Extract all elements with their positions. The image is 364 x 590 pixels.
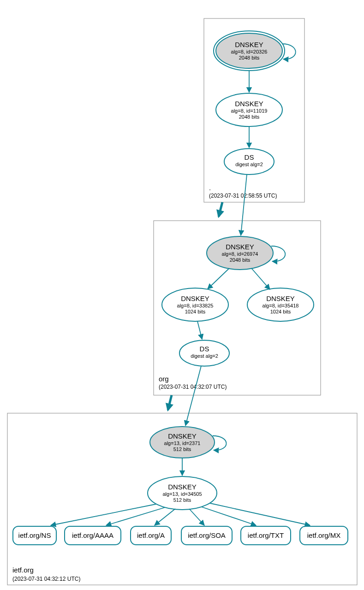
svg-text:DNSKEY: DNSKEY xyxy=(235,100,263,108)
svg-text:512 bits: 512 bits xyxy=(173,497,191,503)
svg-text:alg=8, id=35418: alg=8, id=35418 xyxy=(263,303,299,308)
node-org-ds[interactable]: DS digest alg=2 xyxy=(179,340,229,366)
node-root-zsk[interactable]: DNSKEY alg=8, id=11019 2048 bits xyxy=(216,93,282,126)
node-org-zsk2[interactable]: DNSKEY alg=8, id=35418 1024 bits xyxy=(247,288,314,321)
svg-text:ietf.org/TXT: ietf.org/TXT xyxy=(248,531,284,539)
node-root-ds[interactable]: DS digest alg=2 xyxy=(224,149,274,175)
svg-text:DNSKEY: DNSKEY xyxy=(168,432,197,440)
svg-text:ietf.org/A: ietf.org/A xyxy=(137,531,165,539)
rrset-txt[interactable]: ietf.org/TXT xyxy=(241,526,291,545)
svg-text:alg=8, id=20326: alg=8, id=20326 xyxy=(231,49,268,54)
rrset-aaaa[interactable]: ietf.org/AAAA xyxy=(65,526,121,545)
svg-text:1024 bits: 1024 bits xyxy=(185,309,206,314)
svg-text:digest alg=2: digest alg=2 xyxy=(191,353,218,359)
svg-text:digest alg=2: digest alg=2 xyxy=(235,162,263,167)
rrset-soa[interactable]: ietf.org/SOA xyxy=(181,526,232,545)
edge-zone-root-org xyxy=(219,202,222,217)
svg-text:ietf.org: ietf.org xyxy=(12,566,34,574)
svg-text:512 bits: 512 bits xyxy=(173,446,191,452)
svg-text:ietf.org/SOA: ietf.org/SOA xyxy=(188,531,226,539)
edge-zsk-mx xyxy=(210,503,310,525)
svg-text:DNSKEY: DNSKEY xyxy=(168,483,197,491)
svg-text:(2023-07-31 04:32:12 UTC): (2023-07-31 04:32:12 UTC) xyxy=(12,576,80,582)
edge-zsk-aaaa xyxy=(106,507,165,525)
rrset-a[interactable]: ietf.org/A xyxy=(131,526,171,545)
edge-org-zsk1-ds xyxy=(197,321,202,339)
svg-text:DNSKEY: DNSKEY xyxy=(226,243,254,251)
svg-text:alg=13, id=34505: alg=13, id=34505 xyxy=(162,491,202,497)
edge-zone-org-ietf xyxy=(168,395,172,410)
edge-org-ksk-zsk1 xyxy=(208,268,229,289)
zone-org-name: org xyxy=(159,375,169,383)
edge-zsk-txt xyxy=(202,507,256,525)
svg-text:alg=8, id=11019: alg=8, id=11019 xyxy=(231,108,268,114)
svg-text:alg=8, id=33825: alg=8, id=33825 xyxy=(177,303,214,308)
svg-text:DNSKEY: DNSKEY xyxy=(266,295,295,302)
rrset-ns[interactable]: ietf.org/NS xyxy=(13,526,56,545)
node-org-zsk1[interactable]: DNSKEY alg=8, id=33825 1024 bits xyxy=(162,288,228,321)
svg-text:ietf.org/NS: ietf.org/NS xyxy=(18,531,51,539)
svg-text:DNSKEY: DNSKEY xyxy=(235,41,263,48)
svg-text:1024 bits: 1024 bits xyxy=(270,309,291,314)
zone-ietf: ietf.org (2023-07-31 04:32:12 UTC) DNSKE… xyxy=(7,366,357,585)
svg-text:(2023-07-31 04:32:07 UTC): (2023-07-31 04:32:07 UTC) xyxy=(159,384,227,390)
node-root-ksk[interactable]: DNSKEY alg=8, id=20326 2048 bits xyxy=(214,31,285,71)
svg-text:DNSKEY: DNSKEY xyxy=(181,295,209,302)
svg-text:DS: DS xyxy=(245,153,254,161)
svg-text:2048 bits: 2048 bits xyxy=(230,257,251,263)
edge-org-ksk-zsk2 xyxy=(251,268,270,289)
node-org-ksk[interactable]: DNSKEY alg=8, id=26974 2048 bits xyxy=(207,236,273,270)
svg-text:ietf.org/MX: ietf.org/MX xyxy=(307,531,341,539)
zone-root-name: . xyxy=(209,184,211,192)
svg-text:2048 bits: 2048 bits xyxy=(239,114,260,120)
node-ietf-zsk[interactable]: DNSKEY alg=13, id=34505 512 bits xyxy=(148,476,217,510)
rrset-mx[interactable]: ietf.org/MX xyxy=(300,526,348,545)
svg-text:DS: DS xyxy=(200,345,209,353)
zone-org: org (2023-07-31 04:32:07 UTC) DNSKEY alg… xyxy=(154,175,321,395)
edge-org-ds-ietf-ksk xyxy=(185,366,201,426)
node-ietf-ksk[interactable]: DNSKEY alg=13, id=2371 512 bits xyxy=(150,427,215,458)
edge-zsk-a xyxy=(155,509,175,525)
svg-text:ietf.org/AAAA: ietf.org/AAAA xyxy=(72,531,113,539)
svg-text:2048 bits: 2048 bits xyxy=(239,55,260,60)
zone-root-ts: (2023-07-31 02:58:55 UTC) xyxy=(209,193,277,199)
edge-root-ds-org-ksk xyxy=(241,175,247,235)
svg-text:alg=8, id=26974: alg=8, id=26974 xyxy=(222,251,258,257)
zone-root: . (2023-07-31 02:58:55 UTC) DNSKEY alg=8… xyxy=(204,18,304,202)
svg-text:alg=13, id=2371: alg=13, id=2371 xyxy=(164,440,201,446)
edge-zsk-soa xyxy=(189,509,204,525)
